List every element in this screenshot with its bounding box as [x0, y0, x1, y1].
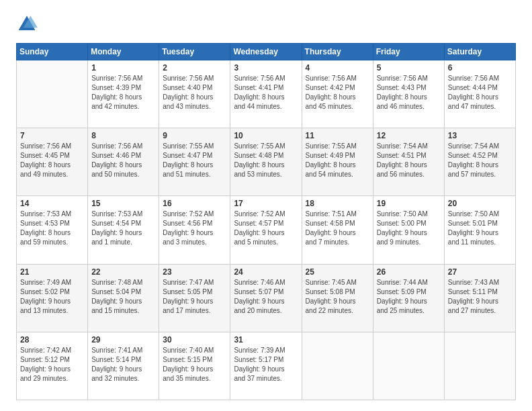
page: SundayMondayTuesdayWednesdayThursdayFrid… — [0, 0, 532, 411]
day-info: Sunrise: 7:45 AM Sunset: 5:08 PM Dayligh… — [306, 278, 369, 316]
calendar-cell: 9Sunrise: 7:55 AM Sunset: 4:47 PM Daylig… — [159, 128, 230, 196]
day-number: 31 — [234, 335, 298, 345]
day-info: Sunrise: 7:56 AM Sunset: 4:46 PM Dayligh… — [91, 142, 155, 179]
calendar-cell: 1Sunrise: 7:56 AM Sunset: 4:39 PM Daylig… — [88, 60, 159, 128]
calendar-cell: 13Sunrise: 7:54 AM Sunset: 4:52 PM Dayli… — [444, 128, 515, 196]
day-info: Sunrise: 7:39 AM Sunset: 5:17 PM Dayligh… — [234, 346, 298, 383]
calendar-cell: 11Sunrise: 7:55 AM Sunset: 4:49 PM Dayli… — [302, 128, 373, 196]
calendar-week-2: 14Sunrise: 7:53 AM Sunset: 4:53 PM Dayli… — [17, 196, 516, 264]
day-info: Sunrise: 7:51 AM Sunset: 4:58 PM Dayligh… — [306, 210, 369, 247]
weekday-header-sunday: Sunday — [17, 44, 88, 60]
day-number: 30 — [163, 335, 226, 345]
day-info: Sunrise: 7:56 AM Sunset: 4:45 PM Dayligh… — [20, 142, 84, 179]
day-info: Sunrise: 7:44 AM Sunset: 5:09 PM Dayligh… — [377, 278, 441, 316]
calendar-cell: 7Sunrise: 7:56 AM Sunset: 4:45 PM Daylig… — [17, 128, 88, 196]
day-info: Sunrise: 7:54 AM Sunset: 4:51 PM Dayligh… — [377, 142, 441, 179]
calendar-cell: 8Sunrise: 7:56 AM Sunset: 4:46 PM Daylig… — [88, 128, 159, 196]
day-number: 18 — [306, 199, 369, 208]
day-number: 20 — [448, 199, 512, 208]
weekday-header-row: SundayMondayTuesdayWednesdayThursdayFrid… — [17, 44, 516, 60]
calendar-week-0: 1Sunrise: 7:56 AM Sunset: 4:39 PM Daylig… — [17, 60, 516, 128]
day-info: Sunrise: 7:56 AM Sunset: 4:40 PM Dayligh… — [163, 74, 226, 111]
day-number: 8 — [91, 131, 155, 140]
calendar-cell: 26Sunrise: 7:44 AM Sunset: 5:09 PM Dayli… — [373, 264, 444, 332]
calendar-week-4: 28Sunrise: 7:42 AM Sunset: 5:12 PM Dayli… — [17, 332, 516, 400]
day-number: 24 — [234, 267, 298, 277]
day-info: Sunrise: 7:55 AM Sunset: 4:47 PM Dayligh… — [163, 142, 226, 179]
weekday-header-friday: Friday — [373, 44, 444, 60]
calendar-cell: 30Sunrise: 7:40 AM Sunset: 5:15 PM Dayli… — [159, 332, 230, 400]
day-number: 15 — [91, 199, 155, 208]
day-number: 16 — [163, 199, 226, 208]
calendar-week-1: 7Sunrise: 7:56 AM Sunset: 4:45 PM Daylig… — [17, 128, 516, 196]
calendar-cell: 17Sunrise: 7:52 AM Sunset: 4:57 PM Dayli… — [230, 196, 302, 264]
weekday-header-saturday: Saturday — [444, 44, 515, 60]
day-info: Sunrise: 7:50 AM Sunset: 5:01 PM Dayligh… — [448, 210, 512, 247]
day-info: Sunrise: 7:47 AM Sunset: 5:05 PM Dayligh… — [163, 278, 226, 316]
day-info: Sunrise: 7:55 AM Sunset: 4:48 PM Dayligh… — [234, 142, 298, 179]
day-number: 23 — [163, 267, 226, 277]
calendar-cell: 18Sunrise: 7:51 AM Sunset: 4:58 PM Dayli… — [302, 196, 373, 264]
calendar-cell — [373, 332, 444, 400]
day-number: 1 — [91, 63, 155, 73]
day-info: Sunrise: 7:56 AM Sunset: 4:44 PM Dayligh… — [448, 74, 512, 111]
day-number: 5 — [377, 63, 441, 73]
day-info: Sunrise: 7:56 AM Sunset: 4:41 PM Dayligh… — [234, 74, 298, 111]
calendar-cell: 6Sunrise: 7:56 AM Sunset: 4:44 PM Daylig… — [444, 60, 515, 128]
day-info: Sunrise: 7:41 AM Sunset: 5:14 PM Dayligh… — [91, 346, 155, 383]
day-number: 28 — [20, 335, 84, 345]
day-number: 21 — [20, 267, 84, 277]
day-number: 26 — [377, 267, 441, 277]
calendar-cell: 12Sunrise: 7:54 AM Sunset: 4:51 PM Dayli… — [373, 128, 444, 196]
day-info: Sunrise: 7:42 AM Sunset: 5:12 PM Dayligh… — [20, 346, 84, 383]
calendar-cell: 10Sunrise: 7:55 AM Sunset: 4:48 PM Dayli… — [230, 128, 302, 196]
day-number: 3 — [234, 63, 298, 73]
calendar-cell: 23Sunrise: 7:47 AM Sunset: 5:05 PM Dayli… — [159, 264, 230, 332]
day-info: Sunrise: 7:55 AM Sunset: 4:49 PM Dayligh… — [306, 142, 369, 179]
weekday-header-tuesday: Tuesday — [159, 44, 230, 60]
day-number: 4 — [306, 63, 369, 73]
calendar-cell: 28Sunrise: 7:42 AM Sunset: 5:12 PM Dayli… — [17, 332, 88, 400]
logo-icon — [16, 13, 38, 35]
weekday-header-monday: Monday — [88, 44, 159, 60]
calendar-cell: 15Sunrise: 7:53 AM Sunset: 4:54 PM Dayli… — [88, 196, 159, 264]
day-number: 22 — [91, 267, 155, 277]
calendar-cell — [444, 332, 515, 400]
calendar-cell: 31Sunrise: 7:39 AM Sunset: 5:17 PM Dayli… — [230, 332, 302, 400]
calendar-cell: 4Sunrise: 7:56 AM Sunset: 4:42 PM Daylig… — [302, 60, 373, 128]
day-number: 25 — [306, 267, 369, 277]
calendar-table: SundayMondayTuesdayWednesdayThursdayFrid… — [16, 43, 516, 400]
logo — [16, 13, 40, 35]
day-info: Sunrise: 7:48 AM Sunset: 5:04 PM Dayligh… — [91, 278, 155, 316]
calendar-cell: 16Sunrise: 7:52 AM Sunset: 4:56 PM Dayli… — [159, 196, 230, 264]
day-number: 19 — [377, 199, 441, 208]
calendar-cell: 21Sunrise: 7:49 AM Sunset: 5:02 PM Dayli… — [17, 264, 88, 332]
day-number: 12 — [377, 131, 441, 140]
calendar-cell: 24Sunrise: 7:46 AM Sunset: 5:07 PM Dayli… — [230, 264, 302, 332]
day-info: Sunrise: 7:50 AM Sunset: 5:00 PM Dayligh… — [377, 210, 441, 247]
day-info: Sunrise: 7:43 AM Sunset: 5:11 PM Dayligh… — [448, 278, 512, 316]
day-info: Sunrise: 7:54 AM Sunset: 4:52 PM Dayligh… — [448, 142, 512, 179]
calendar-cell: 19Sunrise: 7:50 AM Sunset: 5:00 PM Dayli… — [373, 196, 444, 264]
day-info: Sunrise: 7:46 AM Sunset: 5:07 PM Dayligh… — [234, 278, 298, 316]
weekday-header-thursday: Thursday — [302, 44, 373, 60]
day-number: 17 — [234, 199, 298, 208]
day-number: 7 — [20, 131, 84, 140]
day-info: Sunrise: 7:52 AM Sunset: 4:56 PM Dayligh… — [163, 210, 226, 247]
calendar-cell: 25Sunrise: 7:45 AM Sunset: 5:08 PM Dayli… — [302, 264, 373, 332]
calendar-cell: 3Sunrise: 7:56 AM Sunset: 4:41 PM Daylig… — [230, 60, 302, 128]
header — [16, 13, 516, 35]
day-number: 9 — [163, 131, 226, 140]
calendar-cell: 27Sunrise: 7:43 AM Sunset: 5:11 PM Dayli… — [444, 264, 515, 332]
calendar-cell: 2Sunrise: 7:56 AM Sunset: 4:40 PM Daylig… — [159, 60, 230, 128]
calendar-cell — [17, 60, 88, 128]
day-info: Sunrise: 7:56 AM Sunset: 4:43 PM Dayligh… — [377, 74, 441, 111]
day-number: 29 — [91, 335, 155, 345]
calendar-cell: 20Sunrise: 7:50 AM Sunset: 5:01 PM Dayli… — [444, 196, 515, 264]
calendar-cell: 22Sunrise: 7:48 AM Sunset: 5:04 PM Dayli… — [88, 264, 159, 332]
day-info: Sunrise: 7:40 AM Sunset: 5:15 PM Dayligh… — [163, 346, 226, 383]
day-number: 27 — [448, 267, 512, 277]
calendar-cell: 29Sunrise: 7:41 AM Sunset: 5:14 PM Dayli… — [88, 332, 159, 400]
day-info: Sunrise: 7:49 AM Sunset: 5:02 PM Dayligh… — [20, 278, 84, 316]
day-info: Sunrise: 7:56 AM Sunset: 4:42 PM Dayligh… — [306, 74, 369, 111]
